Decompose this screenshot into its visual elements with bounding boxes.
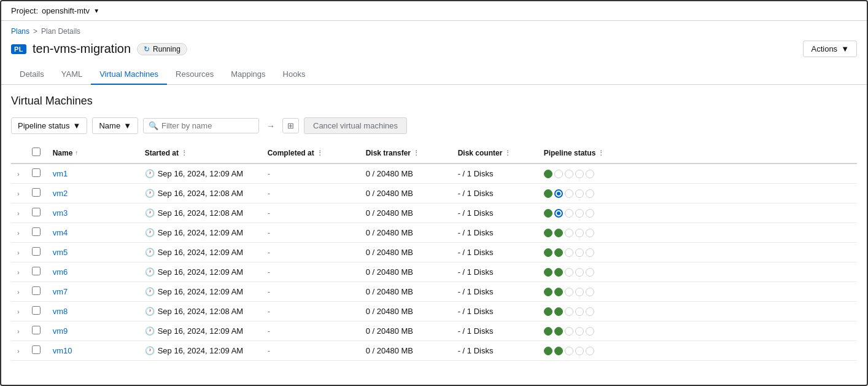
vm-name-link[interactable]: vm9 [53, 326, 68, 336]
expand-icon[interactable]: › [17, 229, 20, 237]
vm-name-link[interactable]: vm2 [53, 189, 68, 198]
row-started-at-cell: 🕐Sep 16, 2024, 12:09 AM [139, 243, 262, 262]
completed-at-value: - [268, 287, 270, 296]
row-expand-cell[interactable]: › [11, 243, 26, 262]
row-expand-cell[interactable]: › [11, 282, 26, 302]
disk-transfer-value: 0 / 20480 MB [366, 326, 413, 336]
search-input[interactable] [161, 121, 254, 130]
row-disk-transfer-cell: 0 / 20480 MB [360, 341, 452, 361]
tab-mappings[interactable]: Mappings [222, 65, 274, 85]
tab-hooks[interactable]: Hooks [274, 65, 314, 85]
vm-name-link[interactable]: vm7 [53, 287, 68, 296]
pipeline-dot-1 [554, 288, 563, 296]
pipeline-status-filter[interactable]: Pipeline status ▼ [11, 117, 87, 134]
row-completed-at-cell: - [262, 302, 360, 321]
row-checkbox-cell [26, 282, 47, 302]
row-checkbox[interactable] [32, 247, 41, 256]
select-all-checkbox[interactable] [32, 148, 41, 156]
expand-icon[interactable]: › [17, 170, 20, 178]
breadcrumb-plans[interactable]: Plans [11, 27, 29, 36]
th-name[interactable]: Name ↑ [47, 143, 139, 163]
tab-details[interactable]: Details [11, 65, 53, 85]
vm-name-link[interactable]: vm1 [53, 169, 68, 178]
table-row: ›vm5🕐Sep 16, 2024, 12:09 AM-0 / 20480 MB… [11, 243, 857, 262]
vm-name-link[interactable]: vm8 [53, 307, 68, 316]
pipeline-dot-3 [575, 170, 584, 178]
pipeline-dots [544, 327, 851, 336]
row-disk-transfer-cell: 0 / 20480 MB [360, 321, 452, 341]
clock-icon: 🕐 [145, 169, 155, 178]
project-name: openshift-mtv [42, 6, 90, 15]
row-disk-counter-cell: - / 1 Disks [452, 184, 538, 203]
table-row: ›vm4🕐Sep 16, 2024, 12:09 AM-0 / 20480 MB… [11, 223, 857, 243]
row-checkbox[interactable] [32, 326, 41, 334]
expand-icon[interactable]: › [17, 210, 20, 217]
row-expand-cell[interactable]: › [11, 341, 26, 361]
row-checkbox-cell [26, 243, 47, 262]
row-expand-cell[interactable]: › [11, 262, 26, 282]
row-checkbox-cell [26, 184, 47, 203]
expand-icon[interactable]: › [17, 328, 20, 335]
row-checkbox[interactable] [32, 286, 41, 295]
pipeline-dot-3 [575, 347, 584, 355]
pipeline-dots [544, 229, 851, 237]
expand-icon[interactable]: › [17, 288, 20, 296]
row-checkbox[interactable] [32, 306, 41, 315]
expand-icon[interactable]: › [17, 347, 20, 355]
tab-virtual-machines[interactable]: Virtual Machines [91, 65, 167, 85]
row-expand-cell[interactable]: › [11, 163, 26, 184]
expand-icon[interactable]: › [17, 249, 20, 256]
pipeline-dot-4 [586, 347, 594, 355]
row-expand-cell[interactable]: › [11, 302, 26, 321]
actions-button[interactable]: Actions ▼ [803, 41, 857, 57]
row-expand-cell[interactable]: › [11, 321, 26, 341]
pipeline-dot-0 [544, 307, 552, 316]
expand-icon[interactable]: › [17, 269, 20, 276]
th-disk-counter[interactable]: Disk counter ⋮ [452, 143, 538, 163]
pipeline-dot-0 [544, 268, 552, 277]
row-expand-cell[interactable]: › [11, 223, 26, 243]
th-disk-transfer[interactable]: Disk transfer ⋮ [360, 143, 452, 163]
project-dropdown-icon[interactable]: ▼ [93, 7, 99, 14]
clock-icon: 🕐 [145, 346, 155, 355]
vm-name-link[interactable]: vm4 [53, 228, 68, 237]
vm-name-link[interactable]: vm5 [53, 248, 68, 257]
vm-name-link[interactable]: vm3 [53, 208, 68, 218]
search-wrapper: 🔍 [143, 118, 259, 133]
tab-yaml[interactable]: YAML [53, 65, 91, 85]
pipeline-dot-4 [586, 327, 594, 336]
row-checkbox[interactable] [32, 267, 41, 275]
row-disk-transfer-cell: 0 / 20480 MB [360, 302, 452, 321]
expand-icon[interactable]: › [17, 190, 20, 197]
row-completed-at-cell: - [262, 203, 360, 223]
vm-name-link[interactable]: vm10 [53, 346, 72, 355]
pipeline-dot-4 [586, 307, 594, 316]
grid-view-button[interactable]: ⊞ [282, 118, 299, 133]
search-submit-button[interactable]: → [264, 120, 277, 132]
pipeline-dot-4 [586, 229, 594, 237]
row-checkbox[interactable] [32, 227, 41, 236]
row-expand-cell[interactable]: › [11, 184, 26, 203]
row-pipeline-status-cell [538, 163, 857, 184]
row-expand-cell[interactable]: › [11, 203, 26, 223]
vm-name-link[interactable]: vm6 [53, 267, 68, 277]
disk-transfer-value: 0 / 20480 MB [366, 189, 413, 198]
th-started-at[interactable]: Started at ⋮ [139, 143, 262, 163]
row-checkbox[interactable] [32, 208, 41, 216]
name-filter[interactable]: Name ▼ [92, 117, 138, 134]
pipeline-dot-1 [554, 248, 563, 257]
page-wrapper: Project: openshift-mtv ▼ Plans > Plan De… [0, 0, 868, 386]
section-title: Virtual Machines [11, 95, 857, 108]
row-checkbox[interactable] [32, 345, 41, 354]
th-pipeline-status[interactable]: Pipeline status ⋮ [538, 143, 857, 163]
tab-resources[interactable]: Resources [167, 65, 222, 85]
expand-icon[interactable]: › [17, 308, 20, 315]
th-completed-at[interactable]: Completed at ⋮ [262, 143, 360, 163]
disk-transfer-sort-icon: ⋮ [413, 149, 419, 156]
cancel-virtual-machines-button[interactable]: Cancel virtual machines [304, 117, 407, 134]
disk-counter-value: - / 1 Disks [458, 169, 494, 178]
table-row: ›vm1🕐Sep 16, 2024, 12:09 AM-0 / 20480 MB… [11, 163, 857, 184]
row-checkbox[interactable] [32, 188, 41, 197]
breadcrumb: Plans > Plan Details [11, 27, 857, 36]
row-checkbox[interactable] [32, 168, 41, 177]
